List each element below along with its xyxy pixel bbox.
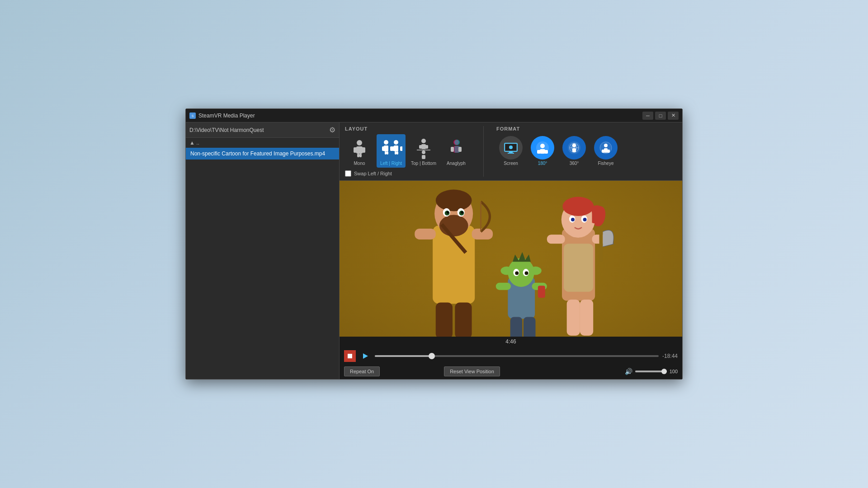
format-360[interactable]: 360° <box>560 134 589 168</box>
svg-rect-5 <box>362 147 365 153</box>
svg-rect-66 <box>415 229 436 239</box>
svg-point-8 <box>384 140 388 145</box>
svg-point-2 <box>357 140 362 145</box>
play-button[interactable] <box>359 350 371 362</box>
settings-gear-icon[interactable]: ⚙ <box>329 126 335 134</box>
svg-rect-98 <box>348 354 352 358</box>
svg-rect-41 <box>537 150 541 154</box>
svg-point-92 <box>583 218 587 221</box>
folder-path: D:\Video\TV\Not HarmonQuest <box>189 127 264 133</box>
svg-point-20 <box>421 139 426 143</box>
layout-options: Mono <box>345 134 471 168</box>
svg-point-78 <box>515 271 519 275</box>
top-bottom-label: Top | Bottom <box>411 161 436 166</box>
top-bottom-icon-box <box>412 136 435 160</box>
window-title: SteamVR Media Player <box>198 113 642 119</box>
180-label: 180° <box>538 161 547 166</box>
stop-button[interactable] <box>344 350 356 362</box>
svg-point-74 <box>500 267 513 275</box>
format-180[interactable]: 180° <box>528 134 557 168</box>
layout-top-bottom[interactable]: Top | Bottom <box>408 134 439 168</box>
left-right-icon-box <box>379 136 403 160</box>
reset-view-button[interactable]: Reset View Position <box>444 366 500 376</box>
svg-marker-99 <box>363 353 368 359</box>
file-list: Non-specific Cartoon for Featured Image … <box>186 148 339 379</box>
svg-rect-23 <box>425 145 428 149</box>
180-circle <box>531 136 554 160</box>
svg-rect-70 <box>455 303 472 337</box>
layout-mono[interactable]: Mono <box>345 134 374 168</box>
minimize-button[interactable]: ─ <box>642 112 653 120</box>
stop-icon <box>347 353 353 359</box>
svg-rect-69 <box>436 303 453 337</box>
format-label: FORMAT <box>496 126 620 131</box>
svg-rect-13 <box>387 151 388 155</box>
playback-time-row: 4:46 <box>340 337 682 347</box>
svg-rect-26 <box>422 155 425 159</box>
svg-point-50 <box>604 144 608 147</box>
svg-point-28 <box>454 140 460 145</box>
svg-rect-4 <box>354 147 357 153</box>
svg-point-14 <box>394 140 398 145</box>
svg-point-25 <box>422 150 425 154</box>
svg-rect-12 <box>385 151 387 155</box>
bottom-bar: Repeat On Reset View Position 🔊 100 <box>340 364 682 379</box>
360-circle <box>562 136 586 160</box>
svg-rect-86 <box>564 244 593 291</box>
svg-point-75 <box>529 267 542 275</box>
top-controls: LAYOUT <box>340 122 682 181</box>
svg-rect-97 <box>580 300 593 336</box>
format-screen[interactable]: Screen <box>496 134 525 168</box>
screen-label: Screen <box>504 161 518 166</box>
svg-rect-34 <box>509 151 513 153</box>
window-controls: ─ □ ✕ <box>642 112 679 120</box>
playback-bar: -18:44 <box>340 347 682 364</box>
svg-point-37 <box>509 145 513 149</box>
format-options: Screen <box>496 134 620 168</box>
mono-icon-box <box>348 136 371 160</box>
svg-rect-42 <box>544 150 548 154</box>
left-right-label: Left | Right <box>380 161 402 166</box>
video-area <box>340 181 682 337</box>
main-panel: LAYOUT <box>340 122 682 379</box>
svg-rect-93 <box>547 235 565 244</box>
maximize-button[interactable]: □ <box>655 112 666 120</box>
anaglyph-label: Anaglyph <box>447 161 466 166</box>
video-frame <box>340 181 682 337</box>
svg-point-65 <box>461 211 463 213</box>
seek-bar[interactable] <box>375 353 659 359</box>
svg-rect-10 <box>382 146 385 151</box>
volume-thumb[interactable] <box>661 369 667 374</box>
svg-rect-22 <box>419 145 422 149</box>
svg-rect-82 <box>538 286 545 298</box>
volume-bar[interactable] <box>635 371 667 372</box>
svg-rect-17 <box>400 146 402 151</box>
layout-anaglyph[interactable]: Anaglyph <box>442 134 471 168</box>
video-content <box>340 181 682 337</box>
app-icon: S <box>189 113 196 119</box>
sidebar: D:\Video\TV\Not HarmonQuest ⚙ ▲ .. Non-s… <box>186 122 340 379</box>
sidebar-header: D:\Video\TV\Not HarmonQuest ⚙ <box>186 122 339 138</box>
seek-thumb[interactable] <box>429 353 435 359</box>
repeat-button[interactable]: Repeat On <box>344 366 380 376</box>
svg-rect-48 <box>572 148 576 152</box>
svg-rect-96 <box>567 300 580 336</box>
svg-rect-6 <box>357 154 359 157</box>
fisheye-label: Fisheye <box>598 161 613 166</box>
svg-point-88 <box>562 197 594 216</box>
swap-row: Swap Left / Right <box>345 170 471 177</box>
format-section: FORMAT <box>496 126 620 177</box>
volume-area: 🔊 100 <box>625 368 678 375</box>
format-fisheye[interactable]: Fisheye <box>591 134 620 168</box>
layout-left-right[interactable]: Left | Right <box>377 134 406 168</box>
svg-rect-3 <box>356 146 363 154</box>
svg-point-39 <box>540 144 545 148</box>
layout-label: LAYOUT <box>345 126 471 131</box>
swap-checkbox[interactable] <box>345 170 351 177</box>
file-item[interactable]: Non-specific Cartoon for Featured Image … <box>186 148 339 160</box>
navigate-up[interactable]: ▲ .. <box>186 138 339 148</box>
close-button[interactable]: ✕ <box>668 112 679 120</box>
mono-label: Mono <box>354 161 365 166</box>
svg-point-64 <box>447 211 449 213</box>
seek-fill <box>375 355 432 357</box>
